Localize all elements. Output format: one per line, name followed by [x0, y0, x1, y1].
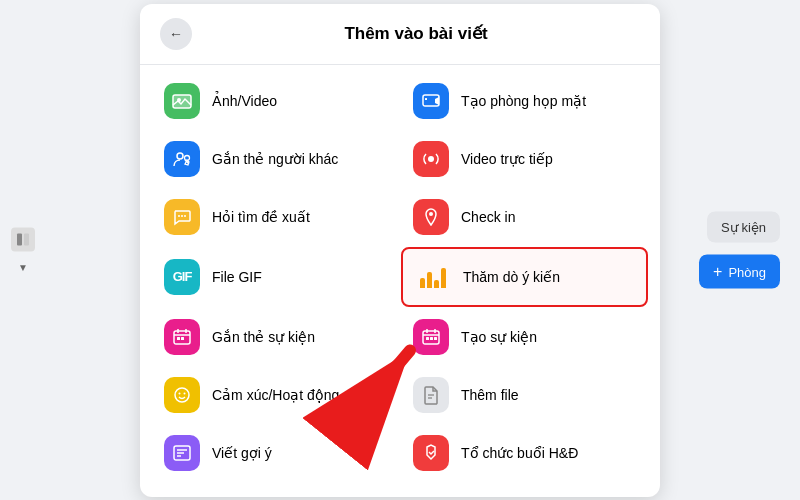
events-hint: Sự kiện	[707, 212, 780, 243]
svg-point-10	[178, 215, 180, 217]
back-button[interactable]: ←	[160, 18, 192, 50]
suggest-post-label: Viết gợi ý	[212, 445, 272, 461]
svg-rect-0	[17, 234, 22, 246]
meeting-room-label: Tạo phòng họp mặt	[461, 93, 586, 109]
feelings-label: Cảm xúc/Hoạt động	[212, 387, 339, 403]
tag-icon	[164, 141, 200, 177]
organize-icon	[413, 435, 449, 471]
chevron-down-icon[interactable]: ▼	[18, 262, 28, 273]
svg-point-11	[181, 215, 183, 217]
suggest-label: Hỏi tìm đề xuất	[212, 209, 310, 225]
svg-point-29	[184, 392, 186, 394]
sidebar-toggle-icon[interactable]	[11, 228, 35, 252]
svg-rect-24	[426, 337, 429, 340]
checkin-item[interactable]: Check in	[401, 189, 648, 245]
create-event-icon	[413, 319, 449, 355]
create-event-label: Tạo sự kiện	[461, 329, 537, 345]
svg-rect-6	[425, 98, 427, 100]
items-grid: Ảnh/Video Tạo phòng họp mặt	[152, 73, 648, 481]
svg-point-12	[184, 215, 186, 217]
modal-title: Thêm vào bài viết	[192, 23, 640, 44]
modal-body: Ảnh/Video Tạo phòng họp mặt	[140, 65, 660, 497]
svg-point-7	[177, 153, 183, 159]
gif-item[interactable]: GIF File GIF	[152, 247, 399, 307]
poll-label: Thăm dò ý kiến	[463, 269, 560, 285]
feelings-item[interactable]: Cảm xúc/Hoạt động	[152, 367, 399, 423]
event-tag-icon	[164, 319, 200, 355]
svg-point-13	[429, 212, 433, 216]
svg-rect-18	[177, 337, 180, 340]
suggest-icon	[164, 199, 200, 235]
checkin-icon	[413, 199, 449, 235]
suggest-post-item[interactable]: Viết gợi ý	[152, 425, 399, 481]
svg-point-27	[175, 388, 189, 402]
svg-rect-19	[181, 337, 184, 340]
photo-video-label: Ảnh/Video	[212, 93, 277, 109]
right-hints: Sự kiện + Phòng	[699, 212, 780, 289]
file-icon	[413, 377, 449, 413]
add-file-item[interactable]: Thêm file	[401, 367, 648, 423]
live-video-item[interactable]: Video trực tiếp	[401, 131, 648, 187]
tag-people-item[interactable]: Gắn thẻ người khác	[152, 131, 399, 187]
poll-icon	[415, 259, 451, 295]
create-event-item[interactable]: Tạo sự kiện	[401, 309, 648, 365]
meeting-room-item[interactable]: Tạo phòng họp mặt	[401, 73, 648, 129]
svg-rect-1	[24, 234, 29, 246]
photo-icon	[164, 83, 200, 119]
meeting-icon	[413, 83, 449, 119]
add-file-label: Thêm file	[461, 387, 519, 403]
organize-item[interactable]: Tổ chức buổi H&Đ	[401, 425, 648, 481]
tag-event-item[interactable]: Gắn thẻ sự kiện	[152, 309, 399, 365]
organize-label: Tổ chức buổi H&Đ	[461, 445, 578, 461]
suggest-post-icon	[164, 435, 200, 471]
tag-event-label: Gắn thẻ sự kiện	[212, 329, 315, 345]
rooms-hint: + Phòng	[699, 255, 780, 289]
svg-rect-26	[434, 337, 437, 340]
svg-rect-25	[430, 337, 433, 340]
tag-people-label: Gắn thẻ người khác	[212, 151, 338, 167]
poll-item[interactable]: Thăm dò ý kiến	[401, 247, 648, 307]
svg-point-28	[179, 392, 181, 394]
photo-video-item[interactable]: Ảnh/Video	[152, 73, 399, 129]
live-icon	[413, 141, 449, 177]
gif-label: File GIF	[212, 269, 262, 285]
live-video-label: Video trực tiếp	[461, 151, 553, 167]
suggest-item[interactable]: Hỏi tìm đề xuất	[152, 189, 399, 245]
add-to-post-modal: ← Thêm vào bài viết Ảnh/Video	[140, 4, 660, 497]
feelings-icon	[164, 377, 200, 413]
svg-point-9	[428, 156, 434, 162]
gif-icon: GIF	[164, 259, 200, 295]
modal-header: ← Thêm vào bài viết	[140, 4, 660, 65]
checkin-label: Check in	[461, 209, 515, 225]
